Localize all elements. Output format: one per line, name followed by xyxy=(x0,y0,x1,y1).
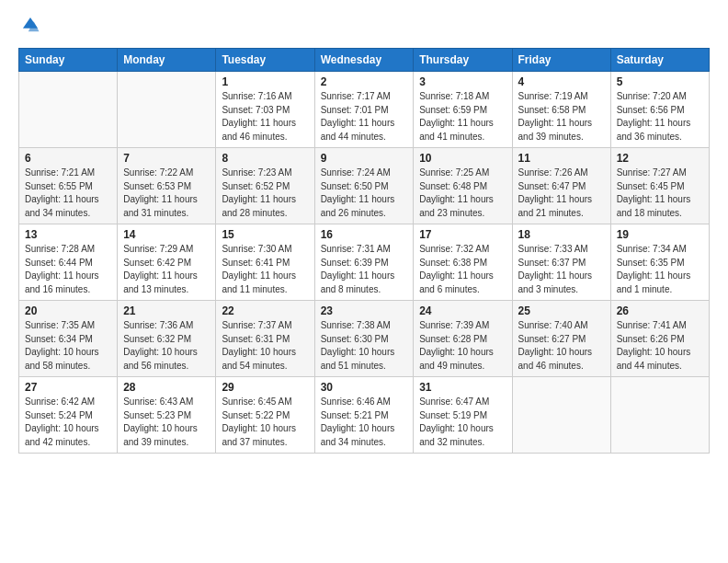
calendar-cell: 31Sunrise: 6:47 AM Sunset: 5:19 PM Dayli… xyxy=(414,377,512,454)
day-number: 6 xyxy=(25,152,111,165)
calendar-week-row-4: 20Sunrise: 7:35 AM Sunset: 6:34 PM Dayli… xyxy=(19,301,710,377)
calendar-cell: 4Sunrise: 7:19 AM Sunset: 6:58 PM Daylig… xyxy=(512,72,610,148)
day-info: Sunrise: 7:16 AM Sunset: 7:03 PM Dayligh… xyxy=(222,90,308,144)
day-info: Sunrise: 6:47 AM Sunset: 5:19 PM Dayligh… xyxy=(419,396,506,449)
day-info: Sunrise: 7:29 AM Sunset: 6:42 PM Dayligh… xyxy=(123,243,210,296)
calendar-header-wednesday: Wednesday xyxy=(314,49,414,72)
calendar-header-row: SundayMondayTuesdayWednesdayThursdayFrid… xyxy=(19,49,710,72)
day-number: 26 xyxy=(617,304,703,317)
calendar-cell: 17Sunrise: 7:32 AM Sunset: 6:38 PM Dayli… xyxy=(414,224,512,301)
day-number: 8 xyxy=(222,152,308,165)
calendar-cell xyxy=(19,72,118,148)
calendar-cell: 30Sunrise: 6:46 AM Sunset: 5:21 PM Dayli… xyxy=(314,377,414,454)
calendar-cell: 28Sunrise: 6:43 AM Sunset: 5:23 PM Dayli… xyxy=(118,377,216,454)
calendar-cell: 22Sunrise: 7:37 AM Sunset: 6:31 PM Dayli… xyxy=(216,301,314,377)
calendar-cell: 13Sunrise: 7:28 AM Sunset: 6:44 PM Dayli… xyxy=(19,224,118,301)
calendar-cell: 7Sunrise: 7:22 AM Sunset: 6:53 PM Daylig… xyxy=(118,148,216,224)
day-info: Sunrise: 6:45 AM Sunset: 5:22 PM Dayligh… xyxy=(222,396,308,449)
day-info: Sunrise: 7:34 AM Sunset: 6:35 PM Dayligh… xyxy=(617,243,703,296)
day-info: Sunrise: 7:40 AM Sunset: 6:27 PM Dayligh… xyxy=(518,319,605,373)
day-number: 19 xyxy=(617,228,703,241)
day-info: Sunrise: 7:35 AM Sunset: 6:34 PM Dayligh… xyxy=(25,319,111,373)
calendar-cell: 1Sunrise: 7:16 AM Sunset: 7:03 PM Daylig… xyxy=(216,72,314,148)
day-number: 15 xyxy=(222,228,308,241)
day-info: Sunrise: 7:26 AM Sunset: 6:47 PM Dayligh… xyxy=(518,167,605,220)
day-info: Sunrise: 7:41 AM Sunset: 6:26 PM Dayligh… xyxy=(617,319,703,373)
day-number: 17 xyxy=(419,228,506,241)
day-number: 31 xyxy=(419,381,506,394)
calendar-header-friday: Friday xyxy=(512,49,610,72)
calendar-cell: 9Sunrise: 7:24 AM Sunset: 6:50 PM Daylig… xyxy=(314,148,414,224)
day-number: 1 xyxy=(222,75,308,88)
day-number: 11 xyxy=(518,152,605,165)
day-info: Sunrise: 7:31 AM Sunset: 6:39 PM Dayligh… xyxy=(321,243,408,296)
day-number: 13 xyxy=(25,228,111,241)
day-number: 20 xyxy=(25,304,111,317)
day-info: Sunrise: 7:32 AM Sunset: 6:38 PM Dayligh… xyxy=(419,243,506,296)
day-info: Sunrise: 7:37 AM Sunset: 6:31 PM Dayligh… xyxy=(222,319,308,373)
calendar-week-row-3: 13Sunrise: 7:28 AM Sunset: 6:44 PM Dayli… xyxy=(19,224,710,301)
logo-icon xyxy=(20,15,40,35)
day-info: Sunrise: 7:25 AM Sunset: 6:48 PM Dayligh… xyxy=(419,167,506,220)
calendar-header-monday: Monday xyxy=(118,49,216,72)
day-number: 14 xyxy=(123,228,210,241)
calendar-table: SundayMondayTuesdayWednesdayThursdayFrid… xyxy=(18,48,710,454)
day-info: Sunrise: 7:20 AM Sunset: 6:56 PM Dayligh… xyxy=(617,90,703,144)
calendar-cell: 26Sunrise: 7:41 AM Sunset: 6:26 PM Dayli… xyxy=(610,301,709,377)
day-info: Sunrise: 7:36 AM Sunset: 6:32 PM Dayligh… xyxy=(123,319,210,373)
calendar-header-saturday: Saturday xyxy=(610,49,709,72)
calendar-week-row-1: 1Sunrise: 7:16 AM Sunset: 7:03 PM Daylig… xyxy=(19,72,710,148)
day-info: Sunrise: 7:33 AM Sunset: 6:37 PM Dayligh… xyxy=(518,243,605,296)
calendar-cell: 8Sunrise: 7:23 AM Sunset: 6:52 PM Daylig… xyxy=(216,148,314,224)
calendar-cell: 15Sunrise: 7:30 AM Sunset: 6:41 PM Dayli… xyxy=(216,224,314,301)
calendar-cell xyxy=(512,377,610,454)
day-number: 10 xyxy=(419,152,506,165)
calendar-cell: 18Sunrise: 7:33 AM Sunset: 6:37 PM Dayli… xyxy=(512,224,610,301)
calendar-cell: 2Sunrise: 7:17 AM Sunset: 7:01 PM Daylig… xyxy=(314,72,414,148)
calendar-week-row-5: 27Sunrise: 6:42 AM Sunset: 5:24 PM Dayli… xyxy=(19,377,710,454)
day-info: Sunrise: 7:19 AM Sunset: 6:58 PM Dayligh… xyxy=(518,90,605,144)
calendar-cell: 20Sunrise: 7:35 AM Sunset: 6:34 PM Dayli… xyxy=(19,301,118,377)
calendar-cell: 25Sunrise: 7:40 AM Sunset: 6:27 PM Dayli… xyxy=(512,301,610,377)
day-number: 22 xyxy=(222,304,308,317)
calendar-header-thursday: Thursday xyxy=(414,49,512,72)
day-number: 25 xyxy=(518,304,605,317)
day-info: Sunrise: 7:18 AM Sunset: 6:59 PM Dayligh… xyxy=(419,90,506,144)
calendar-cell: 23Sunrise: 7:38 AM Sunset: 6:30 PM Dayli… xyxy=(314,301,414,377)
day-info: Sunrise: 7:23 AM Sunset: 6:52 PM Dayligh… xyxy=(222,167,308,220)
day-info: Sunrise: 7:21 AM Sunset: 6:55 PM Dayligh… xyxy=(25,167,111,220)
day-info: Sunrise: 7:27 AM Sunset: 6:45 PM Dayligh… xyxy=(617,167,703,220)
day-info: Sunrise: 7:28 AM Sunset: 6:44 PM Dayligh… xyxy=(25,243,111,296)
day-info: Sunrise: 7:38 AM Sunset: 6:30 PM Dayligh… xyxy=(321,319,408,373)
calendar-header-tuesday: Tuesday xyxy=(216,49,314,72)
day-number: 7 xyxy=(123,152,210,165)
calendar-cell: 11Sunrise: 7:26 AM Sunset: 6:47 PM Dayli… xyxy=(512,148,610,224)
day-number: 27 xyxy=(25,381,111,394)
day-number: 12 xyxy=(617,152,703,165)
logo xyxy=(18,15,40,39)
day-number: 24 xyxy=(419,304,506,317)
day-number: 28 xyxy=(123,381,210,394)
calendar-cell: 29Sunrise: 6:45 AM Sunset: 5:22 PM Dayli… xyxy=(216,377,314,454)
day-number: 29 xyxy=(222,381,308,394)
day-info: Sunrise: 7:24 AM Sunset: 6:50 PM Dayligh… xyxy=(321,167,408,220)
calendar-cell: 21Sunrise: 7:36 AM Sunset: 6:32 PM Dayli… xyxy=(118,301,216,377)
calendar-cell: 5Sunrise: 7:20 AM Sunset: 6:56 PM Daylig… xyxy=(610,72,709,148)
calendar-cell: 16Sunrise: 7:31 AM Sunset: 6:39 PM Dayli… xyxy=(314,224,414,301)
day-info: Sunrise: 6:43 AM Sunset: 5:23 PM Dayligh… xyxy=(123,396,210,449)
day-info: Sunrise: 6:46 AM Sunset: 5:21 PM Dayligh… xyxy=(321,396,408,449)
calendar-cell: 12Sunrise: 7:27 AM Sunset: 6:45 PM Dayli… xyxy=(610,148,709,224)
calendar-cell: 10Sunrise: 7:25 AM Sunset: 6:48 PM Dayli… xyxy=(414,148,512,224)
calendar-header-sunday: Sunday xyxy=(19,49,118,72)
calendar-cell xyxy=(118,72,216,148)
day-info: Sunrise: 7:39 AM Sunset: 6:28 PM Dayligh… xyxy=(419,319,506,373)
calendar-cell: 19Sunrise: 7:34 AM Sunset: 6:35 PM Dayli… xyxy=(610,224,709,301)
calendar-cell xyxy=(610,377,709,454)
calendar-cell: 24Sunrise: 7:39 AM Sunset: 6:28 PM Dayli… xyxy=(414,301,512,377)
day-number: 16 xyxy=(321,228,408,241)
day-info: Sunrise: 6:42 AM Sunset: 5:24 PM Dayligh… xyxy=(25,396,111,449)
day-number: 30 xyxy=(321,381,408,394)
day-number: 3 xyxy=(419,75,506,88)
calendar-cell: 3Sunrise: 7:18 AM Sunset: 6:59 PM Daylig… xyxy=(414,72,512,148)
calendar-week-row-2: 6Sunrise: 7:21 AM Sunset: 6:55 PM Daylig… xyxy=(19,148,710,224)
